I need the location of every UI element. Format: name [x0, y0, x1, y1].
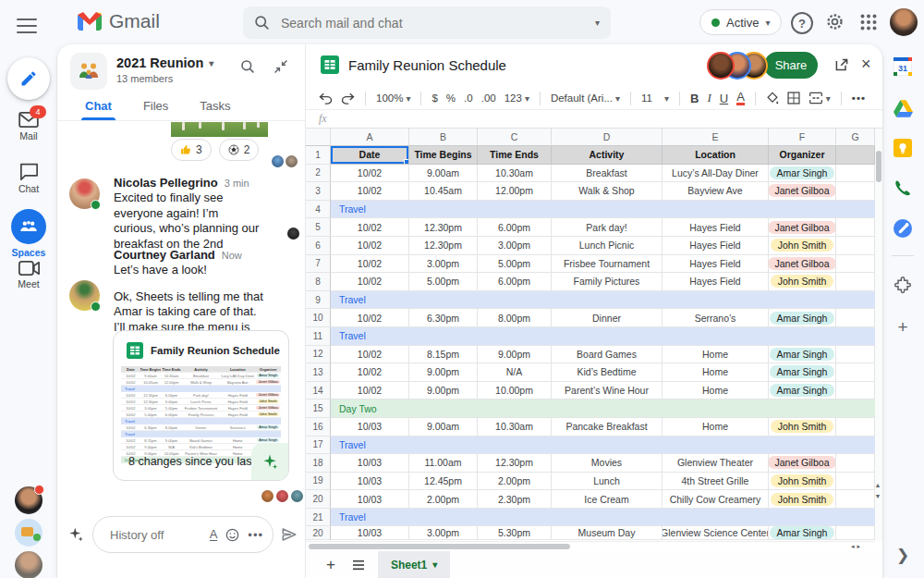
merged-band-cell[interactable]: Travel — [331, 291, 875, 310]
sheet-cell-organizer[interactable]: Amar Singh — [769, 526, 836, 540]
sheet-cell[interactable]: Dinner — [552, 309, 663, 327]
message-avatar[interactable] — [69, 280, 100, 311]
sheet-cell[interactable]: 10.45am — [409, 182, 478, 201]
row-number[interactable]: 4 — [306, 201, 331, 219]
row-number[interactable]: 14 — [306, 382, 331, 400]
column-header[interactable]: A — [331, 129, 409, 146]
sheet-cell[interactable]: Home — [663, 382, 769, 400]
fill-color-icon[interactable] — [766, 92, 779, 105]
sheet-cell[interactable]: Frisbee Tournament — [552, 255, 663, 274]
tab-files[interactable]: Files — [143, 96, 168, 120]
sheet-cell[interactable]: Walk & Shop — [552, 182, 663, 201]
header-cell[interactable] — [836, 146, 875, 165]
sheet-cell[interactable]: 10.30am — [478, 418, 552, 437]
sidebar-item-meet[interactable]: Meet — [0, 261, 57, 289]
column-header[interactable]: F — [769, 129, 836, 146]
sheet-cell[interactable]: 12.00pm — [478, 182, 552, 201]
sheet-cell[interactable]: 6.00pm — [478, 273, 552, 291]
vertical-scroll-thumb[interactable] — [876, 151, 881, 182]
format-text-icon[interactable]: A — [210, 528, 218, 541]
sheet-cell[interactable]: 5.00pm — [478, 255, 552, 274]
sheet-cell[interactable]: 12.45pm — [409, 473, 478, 491]
row-number[interactable]: 18 — [306, 454, 331, 473]
sheet-tab[interactable]: Sheet1 ▾ — [378, 551, 450, 578]
sheet-cell[interactable]: 9.00pm — [409, 363, 478, 382]
merge-cells-icon[interactable]: ▾ — [808, 92, 831, 105]
sheet-cell[interactable]: Lucy’s All-Day Diner — [663, 165, 769, 183]
undo-icon[interactable] — [319, 92, 333, 105]
sheet-cell[interactable]: 3.00pm — [478, 237, 552, 255]
sheet-cell[interactable]: 6.00pm — [478, 218, 552, 237]
sheet-cell[interactable] — [836, 218, 875, 237]
keep-icon[interactable] — [893, 138, 913, 158]
vertical-scrollbar[interactable] — [875, 129, 882, 541]
italic-button[interactable]: I — [707, 91, 711, 105]
merged-band-cell[interactable]: Travel — [331, 201, 875, 219]
compose-button[interactable] — [7, 57, 50, 100]
sheet-cell[interactable] — [836, 418, 875, 437]
sheet-cell[interactable]: Bayview Ave — [663, 182, 769, 201]
sheet-cell[interactable]: 5.00pm — [409, 273, 478, 291]
sheet-cell[interactable]: 10/02 — [331, 255, 409, 274]
sheet-cell[interactable] — [836, 255, 875, 274]
column-header[interactable]: B — [409, 129, 478, 146]
more-options-icon[interactable]: ••• — [248, 528, 263, 542]
gemini-sparkle-icon[interactable] — [67, 526, 84, 543]
merged-band-cell[interactable]: Travel — [331, 327, 875, 346]
sheet-cell[interactable]: 9.00am — [409, 418, 478, 437]
sheet-cell[interactable] — [836, 526, 875, 540]
header-cell[interactable]: Organizer — [769, 146, 836, 165]
reaction-thumbs-up[interactable]: 3 — [171, 139, 212, 161]
sheet-cell[interactable]: 10.30am — [478, 165, 552, 183]
tab-tasks[interactable]: Tasks — [200, 96, 230, 120]
show-side-panel-icon[interactable]: ❯ — [892, 544, 914, 566]
header-cell[interactable]: Activity — [552, 146, 663, 165]
sheet-cell[interactable]: Home — [663, 418, 769, 437]
help-icon[interactable]: ? — [791, 12, 813, 34]
sheet-cell[interactable]: Chilly Cow Creamery — [663, 490, 769, 509]
text-color-button[interactable]: A — [736, 92, 745, 105]
sidebar-item-spaces[interactable]: Spaces — [0, 209, 57, 258]
sheet-cell[interactable]: 10/02 — [331, 237, 409, 255]
search-options-caret-icon[interactable]: ▾ — [595, 18, 600, 28]
sheet-cell[interactable]: 6.30pm — [409, 309, 478, 327]
sheet-cell[interactable]: 8.00pm — [478, 309, 552, 327]
grid-corner-cell[interactable] — [306, 129, 331, 146]
row-number[interactable]: 21 — [306, 509, 331, 527]
merged-band-cell[interactable]: Travel — [331, 509, 875, 527]
voice-icon[interactable] — [893, 178, 913, 198]
sheet-cell[interactable]: 12.30pm — [478, 454, 552, 473]
sheet-cell[interactable]: 10/02 — [331, 309, 409, 327]
row-number[interactable]: 12 — [306, 346, 331, 364]
sheet-cell[interactable]: 11.00am — [409, 454, 478, 473]
bold-button[interactable]: B — [690, 92, 699, 105]
row-number[interactable]: 1 — [306, 146, 331, 165]
sheet-cell[interactable]: Pancake Breakfast — [552, 418, 663, 437]
add-sheet-icon[interactable]: + — [326, 556, 335, 574]
recent-chat-avatar[interactable] — [15, 486, 43, 514]
sheet-cell[interactable] — [836, 363, 875, 382]
sheet-cell[interactable] — [836, 490, 875, 509]
sheet-cell[interactable] — [836, 473, 875, 491]
row-number[interactable]: 7 — [306, 255, 331, 274]
collapse-panel-icon[interactable] — [274, 59, 288, 74]
sheet-cell[interactable]: Movies — [552, 454, 663, 473]
profile-avatar[interactable] — [890, 8, 918, 36]
sheet-cell-organizer[interactable]: John Smith — [769, 273, 836, 291]
sheet-cell-organizer[interactable]: Amar Singh — [769, 382, 836, 400]
sheet-cell[interactable]: 10/03 — [331, 526, 409, 540]
sheet-cell[interactable]: 10/02 — [331, 218, 409, 237]
sheet-cell-organizer[interactable]: Amar Singh — [769, 165, 836, 183]
sheets-file-card[interactable]: Family Reunion Schedule DateTime BeginsT… — [113, 330, 289, 481]
emoji-icon[interactable] — [225, 528, 239, 542]
horizontal-scroll-arrows[interactable]: ◂▸ — [851, 543, 863, 550]
font-size-select[interactable]: 11▾ — [641, 92, 669, 104]
send-icon[interactable] — [281, 526, 298, 543]
formula-bar[interactable]: fx — [306, 109, 882, 129]
header-cell[interactable]: Time Begins — [409, 146, 478, 165]
sheet-cell[interactable]: 12.30pm — [409, 237, 478, 255]
sheet-cell[interactable]: Hayes Field — [663, 273, 769, 291]
sheet-cell[interactable] — [836, 273, 875, 291]
toolbar-more-icon[interactable]: ••• — [852, 92, 866, 104]
sheet-cell[interactable]: 8.15pm — [409, 346, 478, 364]
